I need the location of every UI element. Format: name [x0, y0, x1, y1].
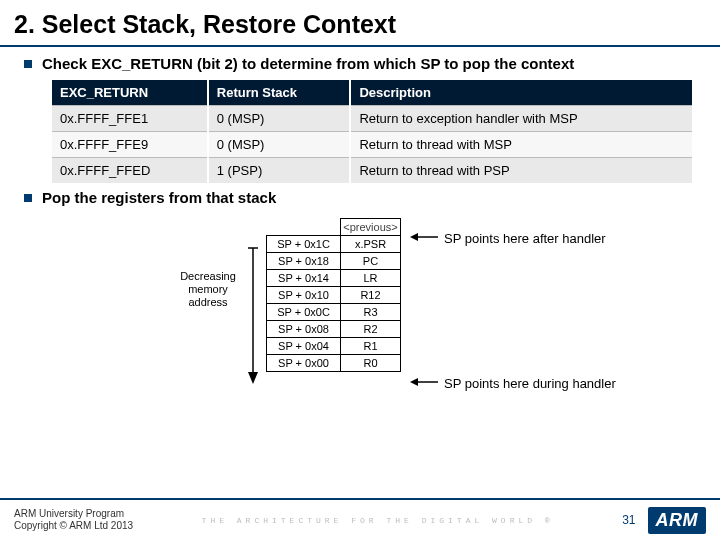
title-rule — [0, 45, 720, 47]
bullet-check: Check EXC_RETURN (bit 2) to determine fr… — [24, 55, 696, 74]
stack-row: <previous> — [267, 218, 401, 235]
stack-addr: SP + 0x14 — [267, 269, 341, 286]
stack-addr: SP + 0x0C — [267, 303, 341, 320]
stack-row: SP + 0x18PC — [267, 252, 401, 269]
svg-marker-4 — [410, 233, 418, 241]
stack-addr: SP + 0x08 — [267, 320, 341, 337]
table-row: 0x.FFFF_FFE1 0 (MSP) Return to exception… — [52, 105, 692, 131]
stack-row: SP + 0x14LR — [267, 269, 401, 286]
table-header: Description — [350, 80, 692, 106]
stack-frame-table: <previous> SP + 0x1Cx.PSR SP + 0x18PC SP… — [266, 218, 401, 372]
stack-addr: SP + 0x18 — [267, 252, 341, 269]
sp-after-label: SP points here after handler — [444, 231, 606, 246]
footer-bar: ARM University Program Copyright © ARM L… — [0, 500, 720, 540]
down-arrow-icon — [246, 246, 260, 384]
stack-reg: PC — [341, 252, 401, 269]
stack-reg: R0 — [341, 354, 401, 371]
stack-row: SP + 0x10R12 — [267, 286, 401, 303]
stack-addr: SP + 0x00 — [267, 354, 341, 371]
stack-reg: R2 — [341, 320, 401, 337]
table-row: 0x.FFFF_FFE9 0 (MSP) Return to thread wi… — [52, 131, 692, 157]
table-cell: Return to exception handler with MSP — [350, 105, 692, 131]
bullet-check-text: Check EXC_RETURN (bit 2) to determine fr… — [42, 55, 574, 74]
arm-logo-icon: ARM — [648, 507, 707, 534]
stack-row: SP + 0x1Cx.PSR — [267, 235, 401, 252]
slide-title: 2. Select Stack, Restore Context — [0, 0, 720, 45]
footer-tagline: THE ARCHITECTURE FOR THE DIGITAL WORLD ® — [133, 516, 622, 525]
svg-marker-6 — [410, 378, 418, 386]
left-arrow-icon — [410, 376, 438, 391]
stack-row: SP + 0x04R1 — [267, 337, 401, 354]
footer-copyright: Copyright © ARM Ltd 2013 — [14, 520, 133, 533]
stack-reg: <previous> — [341, 218, 401, 235]
decreasing-memory-label: Decreasing memory address — [168, 270, 248, 310]
sp-pointer-after: SP points here after handler — [410, 231, 606, 246]
stack-reg: LR — [341, 269, 401, 286]
stack-reg: R12 — [341, 286, 401, 303]
stack-addr: SP + 0x10 — [267, 286, 341, 303]
footer-left: ARM University Program Copyright © ARM L… — [14, 508, 133, 533]
bullet-icon — [24, 60, 32, 68]
stack-row: SP + 0x08R2 — [267, 320, 401, 337]
exc-return-table: EXC_RETURN Return Stack Description 0x.F… — [52, 80, 692, 183]
table-cell: Return to thread with MSP — [350, 131, 692, 157]
slide-content: Check EXC_RETURN (bit 2) to determine fr… — [0, 55, 720, 414]
bullet-pop: Pop the registers from that stack — [24, 189, 696, 208]
stack-addr — [267, 218, 341, 235]
stack-reg: R3 — [341, 303, 401, 320]
stack-reg: x.PSR — [341, 235, 401, 252]
stack-diagram: Decreasing memory address <previous> SP … — [48, 214, 718, 414]
sp-during-label: SP points here during handler — [444, 376, 616, 391]
table-row: 0x.FFFF_FFED 1 (PSP) Return to thread wi… — [52, 157, 692, 183]
bullet-icon — [24, 194, 32, 202]
table-cell: 1 (PSP) — [208, 157, 351, 183]
stack-reg: R1 — [341, 337, 401, 354]
bullet-pop-text: Pop the registers from that stack — [42, 189, 276, 208]
stack-addr: SP + 0x04 — [267, 337, 341, 354]
sp-pointer-during: SP points here during handler — [410, 376, 616, 391]
footer-right: 31 ARM — [622, 507, 706, 534]
table-header-row: EXC_RETURN Return Stack Description — [52, 80, 692, 106]
table-cell: 0 (MSP) — [208, 105, 351, 131]
svg-marker-1 — [248, 372, 258, 384]
table-cell: 0 (MSP) — [208, 131, 351, 157]
stack-row: SP + 0x0CR3 — [267, 303, 401, 320]
slide-footer: ARM University Program Copyright © ARM L… — [0, 498, 720, 540]
page-number: 31 — [622, 513, 635, 527]
table-header: Return Stack — [208, 80, 351, 106]
stack-addr: SP + 0x1C — [267, 235, 341, 252]
stack-row: SP + 0x00R0 — [267, 354, 401, 371]
table-cell: 0x.FFFF_FFE9 — [52, 131, 208, 157]
left-arrow-icon — [410, 231, 438, 246]
footer-program: ARM University Program — [14, 508, 133, 521]
table-cell: Return to thread with PSP — [350, 157, 692, 183]
table-cell: 0x.FFFF_FFE1 — [52, 105, 208, 131]
table-cell: 0x.FFFF_FFED — [52, 157, 208, 183]
table-header: EXC_RETURN — [52, 80, 208, 106]
